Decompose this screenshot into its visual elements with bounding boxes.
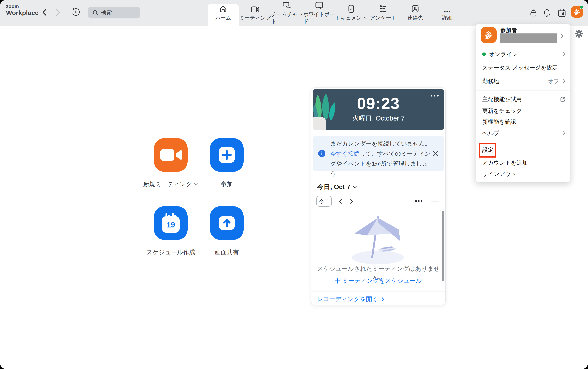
menu-item-check-updates[interactable]: 更新をチェック [482, 106, 565, 115]
menu-item-help[interactable]: ヘルプ [482, 129, 565, 138]
tab-bar: ホーム ミーティング チームチャット ホワイトボード [207, 0, 463, 26]
redacted-email-bar [500, 33, 557, 43]
tab-more[interactable]: 詳細 [431, 0, 463, 26]
menu-item-status[interactable]: オンライン [482, 50, 565, 59]
online-dot-icon [482, 52, 486, 56]
tab-label: アンケート [370, 14, 396, 21]
next-day-button[interactable] [349, 198, 355, 204]
label-text: 参加 [221, 180, 233, 188]
close-icon[interactable] [432, 150, 439, 157]
menu-divider [476, 142, 570, 142]
tab-home[interactable]: ホーム [207, 0, 239, 26]
recordings-link-text: レコーディングを開く [317, 295, 378, 303]
zoom-workplace-window: zoom Workplace 検索 [0, 0, 588, 369]
chevron-left-icon [339, 199, 342, 204]
menu-item-label: ヘルプ [482, 130, 563, 137]
menu-item-sign-out[interactable]: サインアウト [482, 170, 565, 178]
schedule-label: スケジュール作成 [143, 248, 199, 256]
avatar-initial: 参 [574, 8, 580, 16]
chevron-down-icon [353, 186, 357, 188]
today-button[interactable]: 今日 [316, 196, 332, 207]
menu-item-try-features[interactable]: 主な機能を試用 [482, 95, 565, 104]
chevron-right-icon [563, 79, 565, 84]
menu-item-whats-new[interactable]: 新機能を確認 [482, 118, 565, 126]
schedule-link-text: ミーティングをスケジュール [342, 277, 422, 285]
calendar-connect-notice: i まだカレンダーを接続していません。今すぐ接続して、すべてのミーティングやイベ… [313, 136, 444, 171]
label-text: 新規ミーティング [143, 180, 192, 188]
menu-item-label: ステータス メッセージを設定 [482, 64, 565, 72]
connect-now-link[interactable]: 今すぐ接続 [330, 150, 359, 157]
banner-more-icon[interactable] [430, 95, 439, 97]
chevron-right-icon [563, 131, 565, 136]
scrollbar-thumb[interactable] [441, 211, 444, 281]
profile-avatar[interactable]: 参 [571, 6, 583, 18]
join-button[interactable] [210, 138, 244, 172]
clock-banner: 09:23 火曜日, October 7 [313, 89, 444, 130]
connect-device-button[interactable] [529, 9, 537, 17]
tab-meetings[interactable]: ミーティング [239, 0, 271, 26]
top-bar: zoom Workplace 検索 [0, 0, 588, 26]
tab-contacts[interactable]: 連絡先 [399, 0, 431, 26]
tab-team-chat[interactable]: チームチャット [271, 0, 303, 26]
menu-item-value: オフ [548, 77, 559, 85]
forward-button[interactable] [54, 8, 62, 17]
search-input[interactable]: 検索 [88, 7, 140, 18]
tab-label: ドキュメント [335, 14, 367, 21]
whiteboard-icon [315, 1, 323, 9]
join-label: 参加 [199, 180, 255, 188]
menu-item-label: 勤務地 [482, 77, 548, 85]
tab-label: ミーティング [239, 14, 271, 21]
menu-item-label: アカウントを追加 [482, 159, 565, 167]
share-arrow-icon [218, 215, 235, 231]
search-icon [92, 10, 98, 16]
share-screen-button[interactable] [210, 206, 244, 240]
history-icon [72, 8, 80, 16]
calendar-button[interactable] [558, 9, 566, 17]
tab-whiteboard[interactable]: ホワイトボード [303, 0, 335, 26]
menu-divider [476, 90, 570, 91]
toolbar-divider [427, 197, 427, 205]
gear-icon [575, 30, 583, 38]
menu-item-workplace[interactable]: 勤務地 オフ [482, 77, 565, 86]
plus-icon [335, 278, 340, 284]
schedule-meeting-link[interactable]: ミーティングをスケジュール [311, 277, 445, 285]
video-camera-icon [159, 147, 183, 163]
bell-icon [543, 9, 551, 17]
tab-label: 連絡先 [407, 14, 423, 21]
settings-highlight-box [479, 143, 496, 158]
contact-card-icon [412, 5, 419, 13]
more-dots-icon [415, 200, 423, 202]
day-header[interactable]: 今日, Oct 7 [317, 183, 357, 192]
chevron-right-icon [350, 199, 353, 204]
notifications-button[interactable] [543, 9, 551, 17]
join-plus-icon [218, 147, 235, 163]
logo-line1: zoom [6, 4, 39, 9]
menu-item-label: 更新をチェック [482, 107, 565, 115]
svg-text:19: 19 [167, 221, 175, 229]
new-meeting-button[interactable] [154, 138, 188, 172]
open-recordings-link[interactable]: レコーディングを開く [317, 295, 384, 303]
chevron-down-icon[interactable] [194, 183, 198, 186]
new-meeting-label: 新規ミーティング [143, 180, 199, 188]
tab-surveys[interactable]: アンケート [367, 0, 399, 26]
prev-day-button[interactable] [337, 198, 343, 204]
tab-docs[interactable]: ドキュメント [335, 0, 367, 26]
chevron-right-icon [561, 33, 564, 39]
add-meeting-button[interactable] [431, 197, 439, 205]
menu-item-label: サインアウト [482, 170, 565, 178]
online-status-dot [580, 5, 584, 9]
divider [311, 192, 445, 192]
search-placeholder: 検索 [101, 9, 112, 16]
menu-item-add-account[interactable]: アカウントを追加 [482, 158, 565, 167]
settings-gear-button[interactable] [575, 30, 583, 38]
profile-name: 参加者 [500, 27, 517, 34]
schedule-button[interactable]: 19 [154, 206, 188, 240]
menu-item-label: オンライン [489, 51, 563, 58]
avatar-initial: 参 [485, 30, 493, 41]
menu-item-status-message[interactable]: ステータス メッセージを設定 [482, 63, 565, 72]
info-icon: i [318, 150, 325, 157]
menu-avatar: 参 [480, 27, 497, 43]
back-button[interactable] [40, 8, 49, 17]
history-button[interactable] [71, 8, 80, 17]
calendar-more-button[interactable] [414, 200, 423, 202]
